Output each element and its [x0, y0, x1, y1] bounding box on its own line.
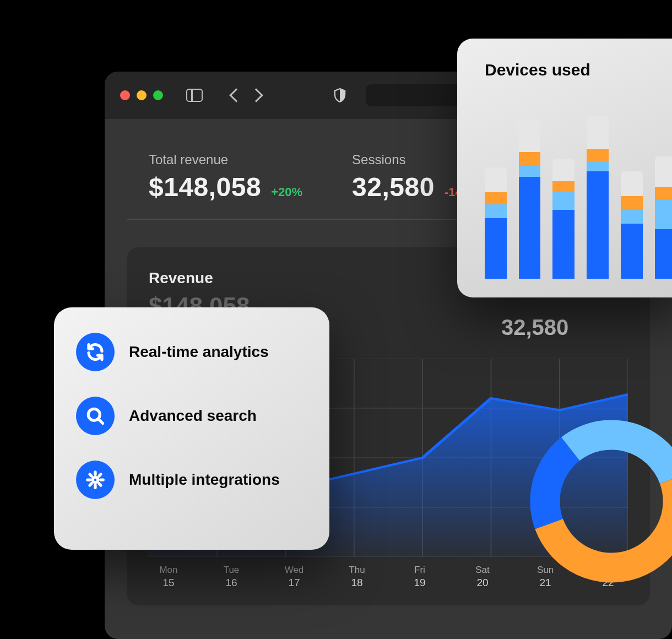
kpi-value: 32,580	[352, 172, 435, 202]
bar-segment	[519, 119, 541, 152]
svg-line-14	[98, 419, 102, 423]
stacked-bar	[519, 119, 541, 279]
features-card: Real-time analytics Advanced search Mult…	[54, 307, 329, 550]
feature-item-search[interactable]: Advanced search	[76, 397, 307, 435]
bar-segment	[587, 171, 609, 279]
search-icon	[76, 397, 115, 435]
bar-segment	[621, 196, 643, 210]
stacked-bar	[485, 167, 507, 279]
bar-segment	[485, 218, 507, 279]
bar-segment	[655, 229, 672, 279]
bar-segment	[655, 199, 672, 229]
xaxis-tick: Fri19	[403, 565, 436, 589]
devices-card: Devices used	[457, 39, 672, 297]
privacy-shield-icon[interactable]	[334, 88, 346, 102]
bar-segment	[621, 210, 643, 224]
kpi-sessions: Sessions 32,580 -14%	[352, 152, 473, 202]
bar-segment	[587, 161, 609, 171]
bar-segment	[552, 181, 575, 192]
feature-item-analytics[interactable]: Real-time analytics	[76, 333, 307, 371]
kpi-delta-up: +20%	[271, 185, 302, 199]
sidebar-toggle-icon[interactable]	[186, 89, 203, 102]
kpi-value: $148,058	[149, 172, 261, 202]
fullscreen-window-icon[interactable]	[153, 90, 163, 100]
minimize-window-icon[interactable]	[137, 90, 147, 100]
close-window-icon[interactable]	[120, 90, 130, 100]
bar-segment	[519, 177, 541, 279]
back-button[interactable]	[229, 88, 243, 102]
feature-label: Multiple integrations	[129, 471, 280, 489]
bar-segment	[587, 116, 609, 149]
secondary-metric-value: 32,580	[501, 315, 568, 340]
xaxis-tick: Wed17	[278, 565, 311, 589]
bar-segment	[485, 204, 507, 218]
traffic-lights	[120, 90, 163, 100]
bar-segment	[552, 192, 575, 210]
bar-segment	[655, 187, 672, 199]
feature-label: Advanced search	[129, 407, 257, 425]
feature-item-integrations[interactable]: Multiple integrations	[76, 461, 307, 499]
stacked-bar	[587, 116, 609, 279]
bar-segment	[485, 192, 507, 204]
bar-segment	[621, 171, 643, 196]
kpi-label: Sessions	[352, 152, 473, 167]
donut-chart	[512, 402, 672, 600]
kpi-total-revenue: Total revenue $148,058 +20%	[149, 152, 302, 202]
bar-segment	[519, 152, 541, 166]
bar-segment	[587, 149, 609, 161]
bar-segment	[519, 166, 541, 177]
gear-icon	[76, 461, 115, 499]
bar-segment	[655, 156, 672, 187]
stacked-bar	[621, 171, 643, 279]
bar-segment	[552, 159, 575, 181]
bar-segment	[552, 210, 575, 279]
kpi-label: Total revenue	[149, 152, 302, 167]
stacked-bar	[655, 156, 672, 279]
xaxis-tick: Sat20	[466, 565, 499, 589]
feature-label: Real-time analytics	[129, 343, 269, 361]
forward-button[interactable]	[249, 88, 263, 102]
donut-segment	[561, 420, 672, 484]
svg-point-15	[93, 477, 98, 483]
refresh-icon	[76, 333, 115, 371]
bar-segment	[621, 224, 643, 279]
bar-segment	[485, 167, 507, 192]
xaxis-tick: Thu18	[340, 565, 373, 589]
stacked-bar	[552, 159, 575, 279]
xaxis-tick: Mon15	[152, 565, 185, 589]
xaxis-tick: Tue16	[215, 565, 248, 589]
card-title: Devices used	[485, 61, 666, 79]
devices-stacked-bar-chart	[485, 113, 672, 279]
